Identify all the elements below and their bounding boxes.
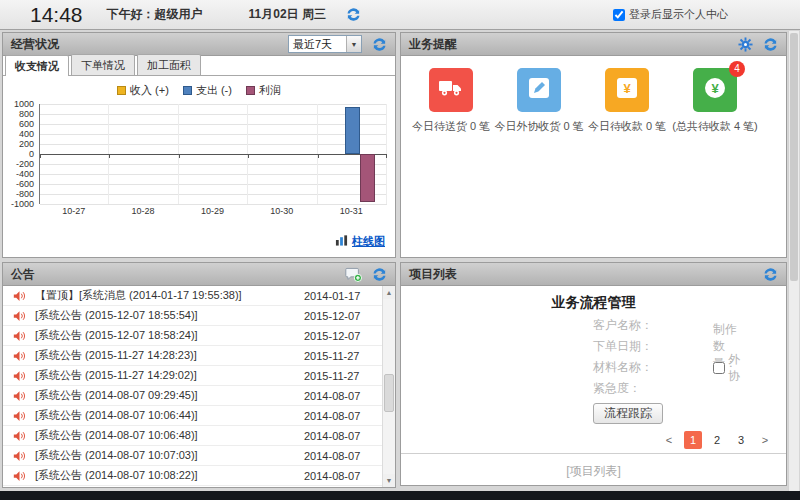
tab-orders[interactable]: 下单情况 [71,54,135,75]
announcement-row[interactable]: [系统公告 (2014-08-07 09:29:45)] 2014-08-07 [3,386,382,406]
page-scrollbar[interactable] [788,31,799,491]
business-status-title: 经营状况 [11,36,59,53]
bar-chart: 10008006004002000-200-400-600-800-1000 1… [3,104,395,220]
refresh-icon[interactable] [346,7,361,22]
announcement-row[interactable]: 【置顶】[系统消息 (2014-01-17 19:55:38)] 2014-01… [3,286,382,306]
material-name-label: 材料名称： [593,359,653,376]
date-range-value: 最近7天 [293,37,332,52]
project-list-title: 项目列表 [409,266,457,283]
date-display: 11月02日 周三 [249,6,326,23]
count-badge: 4 [729,61,745,77]
reminder-label: 今日待收款 0 笔 [588,119,666,134]
x-tick-label: 10-28 [108,206,177,216]
customer-name-label: 客户名称： [593,317,653,334]
announcement-row[interactable]: [系统公告 (2014-08-07 10:06:48)] 2014-08-07 [3,426,382,446]
announcement-row[interactable]: [系统公告 (2014-08-07 10:07:03)] 2014-08-07 [3,446,382,466]
chevron-down-icon: ▼ [346,36,361,52]
refresh-icon[interactable] [763,267,778,282]
chart-y-axis: 10008006004002000-200-400-600-800-1000 [3,104,34,204]
project-list-panel: 项目列表 业务流程管理 客户名称： 下单日期： 制作数量： 材料名称： 外协 [400,262,787,486]
speaker-icon [13,430,26,442]
scroll-down-icon[interactable]: ▼ [383,474,395,487]
tab-income-expense[interactable]: 收支情况 [5,55,69,76]
announcement-text: [系统公告 (2015-12-07 18:55:54)] [35,308,304,323]
refresh-icon[interactable] [372,37,387,52]
x-tick-label: 10-31 [317,206,386,216]
announcements-panel: 公告 【置顶】[系统消息 (2014-01-17 19:55:38)] 2014… [2,262,396,488]
reminder-tile[interactable]: 今日外协收货 0 笔 [495,68,583,134]
announcement-date: 2015-12-07 [304,330,372,342]
y-tick-label: 1000 [14,100,34,109]
announcement-date: 2014-08-07 [304,410,372,422]
refresh-icon[interactable] [372,267,387,282]
y-tick-label: -200 [16,160,34,169]
announcement-row[interactable]: [系统公告 (2015-12-07 18:58:24)] 2015-12-07 [3,326,382,346]
announcement-row[interactable]: [系统公告 (2014-08-07 10:06:44)] 2014-08-07 [3,406,382,426]
announcement-row[interactable]: [系统公告 (2015-12-07 18:55:54)] 2015-12-07 [3,306,382,326]
outsource-checkbox[interactable] [713,362,725,374]
announcement-text: [系统公告 (2015-12-07 18:58:24)] [35,328,304,343]
announcement-row[interactable]: [系统公告 (2015-11-27 14:28:23)] 2015-11-27 [3,346,382,366]
page-number-button[interactable]: 2 [708,431,726,449]
announcement-text: 【置顶】[系统消息 (2014-01-17 19:55:38)] [35,288,304,303]
reminder-tile[interactable]: 今日待送货 0 笔 [407,68,495,134]
page-scrollbar-thumb[interactable] [790,33,798,281]
scrollbar-thumb[interactable] [384,374,394,412]
reminders-panel: 业务提醒 今日待送货 0 笔 今日外协收货 0 笔 ¥ 今日待收款 0 笔 ¥ [400,32,787,258]
announcement-text: [系统公告 (2015-11-27 14:28:23)] [35,348,304,363]
speaker-icon [13,290,26,302]
reminder-tile[interactable]: ¥ 4 (总共待收款 4 笔) [671,68,759,134]
page-prev-button[interactable]: < [660,431,678,449]
announcement-text: [系统公告 (2014-08-07 10:06:44)] [35,408,304,423]
tab-process-area[interactable]: 加工面积 [137,54,201,75]
announcement-list: 【置顶】[系统消息 (2014-01-17 19:55:38)] 2014-01… [3,286,382,487]
announcement-date: 2014-01-17 [304,290,372,302]
announcement-date: 2014-08-07 [304,390,372,402]
scroll-up-icon[interactable]: ▲ [383,286,395,299]
profile-checkbox[interactable] [613,9,625,21]
announcement-date: 2014-08-07 [304,470,372,482]
speaker-icon [13,450,26,462]
svg-text:¥: ¥ [623,81,631,96]
reminder-label: (总共待收款 4 笔) [672,119,758,134]
announcements-scrollbar[interactable]: ▲ ▼ [382,286,395,487]
speaker-icon [13,370,26,382]
page-number-button[interactable]: 1 [684,431,702,449]
flow-track-button[interactable]: 流程跟踪 [593,403,663,424]
y-tick-label: 600 [19,120,34,129]
page-number-button[interactable]: 3 [732,431,750,449]
flow-form: 客户名称： 下单日期： 制作数量： 材料名称： 外协 紧急度： 流程跟踪 [593,315,663,424]
y-tick-label: -1000 [11,200,34,209]
announcement-date: 2014-08-07 [304,450,372,462]
page-next-button[interactable]: > [756,431,774,449]
speaker-icon [13,410,26,422]
announcement-row[interactable]: [系统公告 (2015-11-27 14:29:02)] 2015-11-27 [3,366,382,386]
reminder-tile[interactable]: ¥ 今日待收款 0 笔 [583,68,671,134]
edit-icon [528,77,550,103]
bar-chart-icon [335,232,348,250]
reminder-label: 今日外协收货 0 笔 [494,119,583,134]
announcement-date: 2015-12-07 [304,310,372,322]
truck-icon [438,77,464,103]
date-range-select[interactable]: 最近7天 ▼ [288,35,362,53]
chart-bar [360,154,375,202]
chart-plot-area [39,104,387,204]
gear-icon[interactable] [738,37,753,52]
speaker-icon [13,390,26,402]
announcement-text: [系统公告 (2014-08-07 10:07:03)] [35,448,304,463]
chart-x-axis: 10-2710-2810-2910-3010-31 [39,206,387,218]
profile-toggle[interactable]: 登录后显示个人中心 [613,7,728,22]
y-tick-label: 200 [19,140,34,149]
y-tick-label: 0 [29,150,34,159]
announcement-text: [系统公告 (2014-08-07 10:06:48)] [35,428,304,443]
refresh-icon[interactable] [763,37,778,52]
announcement-row[interactable]: [系统公告 (2014-08-07 10:08:22)] 2014-08-07 [3,466,382,486]
pagination: <123> [660,431,774,449]
add-message-icon[interactable] [345,267,362,282]
topbar: 14:48 下午好：超级用户 11月02日 周三 登录后显示个人中心 [0,0,800,30]
divider [401,453,786,454]
reminders-title: 业务提醒 [409,36,457,53]
chart-bar [345,107,360,155]
project-list-header: 项目列表 [401,263,786,286]
chart-type-link[interactable]: 柱线图 [352,234,385,249]
